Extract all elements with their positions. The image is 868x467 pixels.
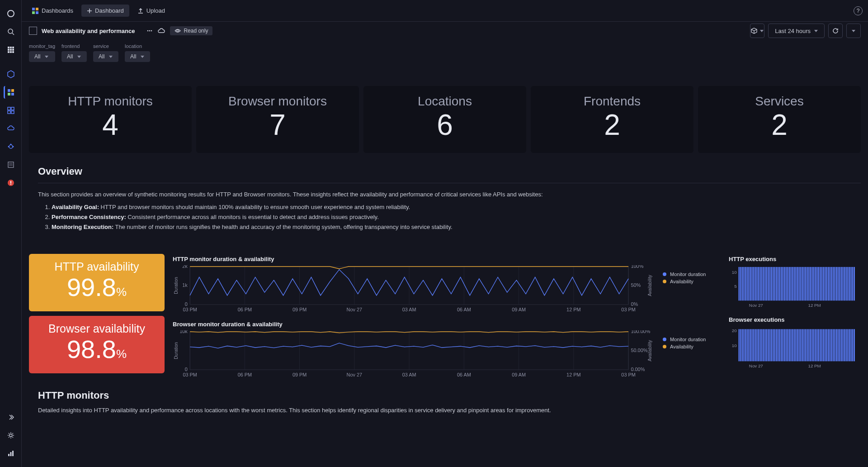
kpi-value: 2 [540, 110, 684, 139]
svg-point-21 [10, 144, 11, 145]
search-icon[interactable] [5, 25, 17, 38]
new-dashboard-button[interactable]: Dashboard [81, 5, 129, 17]
svg-text:06 AM: 06 AM [457, 373, 471, 378]
svg-text:Availability: Availability [647, 275, 652, 296]
svg-text:03 PM: 03 PM [183, 373, 197, 378]
svg-text:09 PM: 09 PM [292, 373, 307, 378]
svg-rect-190 [763, 329, 764, 362]
timeframe-selector[interactable]: Last 24 hours [768, 24, 825, 38]
svg-rect-107 [751, 267, 753, 300]
filter-select-location[interactable]: All [125, 51, 150, 62]
refresh-button[interactable] [828, 24, 843, 38]
svg-rect-140 [805, 267, 807, 300]
tile-title: HTTP availability [37, 260, 156, 273]
apps-icon[interactable] [5, 43, 17, 56]
svg-rect-110 [756, 267, 758, 300]
legend-dot-icon [663, 338, 666, 341]
svg-rect-118 [769, 267, 771, 300]
breadcrumb-dashboards[interactable]: Dashboards [27, 5, 78, 17]
svg-rect-232 [831, 329, 832, 362]
svg-rect-218 [808, 329, 810, 362]
infrastructure-icon[interactable] [5, 68, 17, 81]
tile-value: 98.8% [37, 335, 156, 363]
svg-rect-101 [742, 267, 743, 300]
main-content: HTTP monitors 4 Browser monitors 7 Locat… [22, 72, 868, 421]
svg-rect-211 [797, 329, 798, 362]
svg-rect-231 [830, 329, 831, 362]
plus-icon [87, 8, 92, 14]
refresh-dropdown[interactable] [846, 24, 861, 38]
logs-icon[interactable] [5, 158, 17, 171]
browser-executions-chart: Browser executions 2010Nov 2712 PM [725, 315, 861, 371]
cloud-sync-icon[interactable] [157, 28, 165, 34]
dashboards-icon[interactable] [4, 86, 16, 99]
help-icon[interactable]: ? [854, 6, 863, 15]
settings-icon[interactable] [5, 429, 17, 442]
svg-rect-99 [739, 267, 740, 300]
svg-text:03 PM: 03 PM [621, 308, 635, 313]
svg-rect-12 [8, 89, 10, 92]
svg-rect-151 [823, 267, 824, 300]
http-executions-chart: HTTP executions 105Nov 2712 PM [725, 254, 861, 310]
chevron-down-icon [814, 30, 818, 32]
expand-icon[interactable] [5, 411, 17, 424]
filter-select-service[interactable]: All [93, 51, 118, 62]
subheader: Web availability and performance Read on… [22, 22, 868, 40]
chart-svg[interactable]: 2010Nov 2712 PM [729, 326, 857, 369]
chart-svg[interactable]: 03 PM06 PM09 PMNov 2703 AM06 AM09 AM12 P… [173, 330, 656, 378]
cloud-icon[interactable] [5, 122, 17, 135]
svg-rect-10 [10, 51, 12, 53]
svg-rect-158 [834, 267, 835, 300]
svg-rect-37 [36, 11, 38, 14]
filter-label: service [93, 43, 118, 49]
analytics-icon[interactable] [5, 447, 17, 460]
svg-rect-148 [818, 267, 819, 300]
svg-rect-24 [8, 162, 14, 167]
svg-rect-105 [748, 267, 750, 300]
filter-label: location [125, 43, 150, 49]
svg-rect-114 [763, 267, 764, 300]
svg-rect-198 [776, 329, 777, 362]
svg-rect-164 [844, 267, 845, 300]
svg-rect-194 [769, 329, 771, 362]
filter-select-monitor-tag[interactable]: All [29, 51, 55, 62]
svg-text:Duration: Duration [174, 277, 179, 294]
kpi-title: Services [707, 94, 852, 109]
svg-rect-100 [740, 267, 741, 300]
left-sidebar [0, 0, 22, 467]
filter-select-frontend[interactable]: All [61, 51, 87, 62]
svg-rect-122 [776, 267, 777, 300]
svg-rect-36 [32, 11, 35, 14]
svg-rect-203 [784, 329, 785, 362]
alert-icon[interactable] [5, 176, 17, 189]
svg-text:09 AM: 09 AM [512, 373, 526, 378]
svg-point-0 [8, 10, 14, 17]
svg-rect-109 [755, 267, 756, 300]
kpi-title: Browser monitors [205, 94, 350, 109]
automation-icon[interactable] [5, 140, 17, 153]
grid-icon[interactable] [5, 104, 17, 117]
svg-rect-163 [842, 267, 844, 300]
svg-rect-11 [12, 51, 14, 53]
svg-rect-244 [850, 329, 852, 362]
browser-duration-chart: Browser monitor duration & availability … [169, 319, 721, 380]
eye-icon [175, 29, 181, 33]
filter-service: service All [93, 43, 118, 62]
svg-rect-35 [36, 8, 38, 10]
svg-text:50%: 50% [631, 283, 641, 288]
chart-svg[interactable]: 03 PM06 PM09 PMNov 2703 AM06 AM09 AM12 P… [173, 265, 656, 313]
svg-rect-150 [821, 267, 823, 300]
svg-text:12 PM: 12 PM [808, 303, 821, 308]
package-button[interactable] [750, 24, 764, 38]
chart-svg[interactable]: 105Nov 2712 PM [729, 265, 857, 308]
svg-rect-115 [764, 267, 766, 300]
svg-rect-9 [8, 51, 9, 53]
logo-icon[interactable] [5, 7, 17, 20]
more-icon[interactable] [146, 28, 153, 34]
overview-intro: This section provides an overview of syn… [38, 190, 861, 200]
svg-point-30 [9, 434, 12, 437]
upload-button[interactable]: Upload [133, 5, 170, 17]
http-duration-chart: HTTP monitor duration & availability 03 … [169, 254, 721, 315]
svg-text:03 PM: 03 PM [621, 373, 635, 378]
svg-rect-29 [10, 184, 11, 185]
